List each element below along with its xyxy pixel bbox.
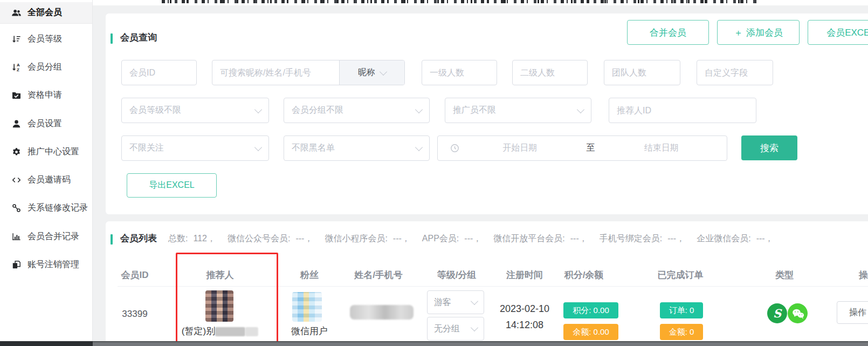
sidebar-item-all-members[interactable]: 全部会员 <box>0 2 92 24</box>
col-header-level-group: 等级/分组 <box>437 269 477 281</box>
stat-label: 微信开放平台会员: <box>493 233 564 245</box>
wechat-miniprogram-icon: S <box>767 303 787 323</box>
fans-avatar <box>292 292 322 322</box>
search-button[interactable]: 搜索 <box>741 135 797 160</box>
sidebar-item-label: 会员分组 <box>27 62 62 73</box>
chevron-down-icon <box>254 105 262 113</box>
sidebar-item-member-levels[interactable]: 会员等级 <box>0 25 92 53</box>
sidebar-item-label: 账号注销管理 <box>27 259 79 270</box>
bottom-window-edge <box>0 341 868 346</box>
member-id-input[interactable] <box>121 60 197 85</box>
sidebar-item-label: 推广中心设置 <box>27 146 79 158</box>
col-header-completed-orders: 已完成订单 <box>658 269 704 281</box>
merge-members-button[interactable]: 合并会员 <box>627 20 709 45</box>
sidebar-item-promotion-settings[interactable]: 推广中心设置 <box>0 138 92 166</box>
col-header-actions: 操作 <box>859 269 868 281</box>
promoter-select[interactable]: 推广员不限 <box>445 98 591 123</box>
sidebar-item-qualification[interactable]: 资格申请 <box>0 82 92 110</box>
stat-value: 112， <box>193 233 216 245</box>
stat-value: ---， <box>464 233 481 245</box>
referrer-avatar <box>205 290 233 322</box>
level2-count-input[interactable] <box>512 60 588 85</box>
col-header-referrer: 推荐人 <box>206 269 234 281</box>
amount-badge: 金额: 0 <box>660 324 703 340</box>
name-phone-redacted <box>350 305 414 320</box>
wechat-icon <box>788 303 808 323</box>
bottom-window-edge-dark <box>0 341 93 346</box>
copy-file-icon <box>11 260 22 270</box>
sidebar-item-member-settings[interactable]: 会员设置 <box>0 110 92 138</box>
sidebar-item-relation-chain-log[interactable]: 关系链修改记录 <box>0 194 92 222</box>
member-list-panel: 会员列表 总数:112， 微信公众号会员:---， 微信小程序会员:---， A… <box>106 221 868 346</box>
chevron-down-icon <box>577 105 584 113</box>
follow-filter-select[interactable]: 不限关注 <box>121 135 269 161</box>
sidebar: 全部会员 会员等级 AZ 会员分组 资格申请 会员设置 <box>0 0 93 341</box>
keyword-type-select[interactable]: 昵称 <box>339 60 404 85</box>
chevron-down-icon <box>471 324 478 331</box>
member-excel-button[interactable]: 会员EXCEL <box>808 20 868 45</box>
sidebar-item-invite-code[interactable]: 会员邀请码 <box>0 166 92 194</box>
qualification-icon <box>11 90 22 100</box>
sidebar-item-label: 会员设置 <box>27 118 62 130</box>
chevron-down-icon <box>254 143 262 151</box>
stat-value: ---， <box>667 233 685 245</box>
stat-label: APP会员: <box>422 233 459 245</box>
member-group-select[interactable]: 会员分组不限 <box>284 98 430 123</box>
level1-count-input[interactable] <box>422 60 497 85</box>
col-header-type: 类型 <box>775 269 794 281</box>
list-panel-title: 会员列表 <box>120 232 157 245</box>
title-accent-bar <box>111 33 113 44</box>
add-member-button[interactable]: ＋ 添加会员 <box>717 20 800 45</box>
keyword-search-combo: 昵称 <box>212 60 405 85</box>
code-icon <box>11 175 22 185</box>
users-icon <box>11 8 22 18</box>
chevron-down-icon <box>415 105 423 113</box>
end-date-placeholder[interactable]: 结束日期 <box>602 143 722 154</box>
col-header-fans: 粉丝 <box>300 269 319 281</box>
stat-value: ---， <box>756 233 774 245</box>
group-select[interactable]: 无分组 <box>427 317 484 341</box>
row-action-button[interactable]: 操作 <box>837 301 868 324</box>
member-stats-line: 总数:112， 微信公众号会员:---， 微信小程序会员:---， APP会员:… <box>168 233 774 245</box>
level-select[interactable]: 游客 <box>427 290 484 314</box>
registration-date: 2023-02-10 <box>500 303 549 315</box>
sidebar-nav: 会员等级 AZ 会员分组 资格申请 会员设置 推广中心设置 <box>0 25 92 279</box>
export-excel-button[interactable]: 导出EXCEL <box>127 173 217 198</box>
sort-levels-icon <box>11 34 22 44</box>
sidebar-item-member-groups[interactable]: AZ 会员分组 <box>0 53 92 81</box>
svg-text:Z: Z <box>17 67 19 72</box>
stat-value: ---， <box>393 233 410 245</box>
keyword-input[interactable] <box>212 60 339 85</box>
custom-field-input[interactable] <box>697 60 773 85</box>
chevron-down-icon <box>415 143 423 151</box>
member-level-select[interactable]: 会员等级不限 <box>121 98 269 123</box>
col-header-points-balance: 积分/余额 <box>564 269 604 281</box>
balance-badge: 余额: 0.00 <box>563 324 618 340</box>
sidebar-item-label: 全部会员 <box>27 7 62 18</box>
sidebar-item-label: 会员等级 <box>27 33 62 45</box>
query-panel-title: 会员查询 <box>120 31 157 44</box>
link-icon <box>11 203 22 213</box>
fans-name: 微信用户 <box>291 325 328 337</box>
chevron-down-icon <box>380 67 387 75</box>
chevron-down-icon <box>471 297 478 305</box>
date-range-picker[interactable]: 开始日期 至 结束日期 <box>437 135 727 161</box>
bar-chart-icon <box>11 232 22 242</box>
title-accent-bar <box>111 234 113 245</box>
start-date-placeholder[interactable]: 开始日期 <box>460 143 580 154</box>
stat-value: ---， <box>570 233 588 245</box>
sort-groups-icon: AZ <box>11 62 22 72</box>
team-count-input[interactable] <box>604 60 680 85</box>
referrer-name: (暂定)别 <box>182 325 258 337</box>
sidebar-item-account-cancellation[interactable]: 账号注销管理 <box>0 250 92 279</box>
stat-label: 总数: <box>168 233 188 245</box>
plus-icon: ＋ <box>734 26 743 39</box>
stat-label: 微信公众号会员: <box>228 233 290 245</box>
referrer-id-input[interactable] <box>609 98 756 123</box>
blacklist-filter-select[interactable]: 不限黑名单 <box>284 135 430 161</box>
sidebar-item-merge-log[interactable]: 会员合并记录 <box>0 222 92 250</box>
stat-value: ---， <box>295 233 313 245</box>
stat-label: 微信小程序会员: <box>325 233 387 245</box>
sidebar-item-label: 关系链修改记录 <box>27 202 88 214</box>
sidebar-item-label: 会员邀请码 <box>27 174 71 186</box>
